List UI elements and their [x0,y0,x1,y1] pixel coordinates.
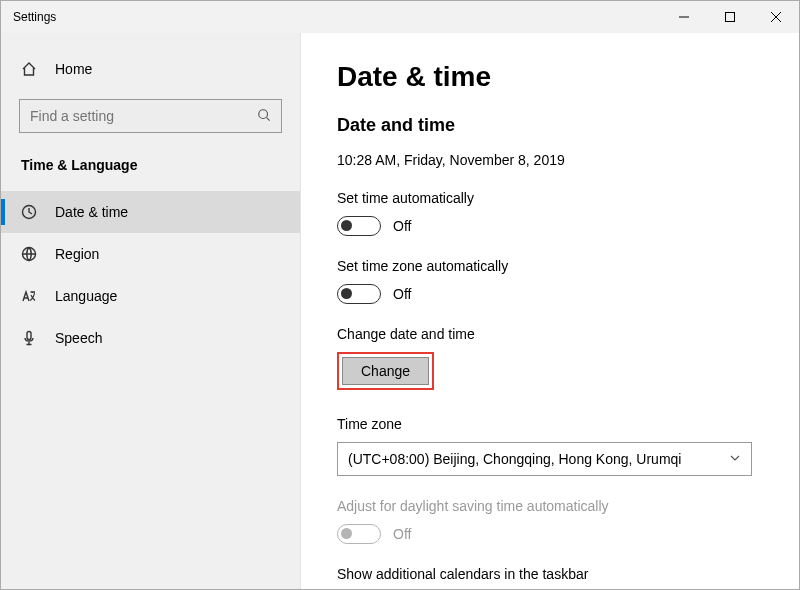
dst-toggle [337,524,381,544]
nav-date-time[interactable]: Date & time [1,191,300,233]
svg-rect-8 [27,332,31,340]
nav-item-label: Region [55,246,99,262]
language-icon [21,288,37,304]
nav-item-label: Date & time [55,204,128,220]
window-controls [661,1,799,33]
search-input[interactable] [30,108,257,124]
timezone-value: (UTC+08:00) Beijing, Chongqing, Hong Kon… [348,451,681,467]
nav-region[interactable]: Region [1,233,300,275]
content: Home Time & Language Date & time Region [1,33,799,589]
home-nav[interactable]: Home [1,51,300,87]
close-button[interactable] [753,1,799,33]
change-button[interactable]: Change [342,357,429,385]
set-time-auto-toggle[interactable] [337,216,381,236]
home-icon [21,61,37,77]
set-tz-auto-state: Off [393,286,411,302]
search-box[interactable] [19,99,282,133]
dst-row: Off [337,524,759,544]
page-title: Date & time [337,61,759,93]
nav-language[interactable]: Language [1,275,300,317]
chevron-down-icon [729,452,741,466]
microphone-icon [21,330,37,346]
current-datetime: 10:28 AM, Friday, November 8, 2019 [337,152,759,168]
maximize-button[interactable] [707,1,753,33]
sidebar: Home Time & Language Date & time Region [1,33,301,589]
window-title: Settings [13,10,56,24]
change-button-highlight: Change [337,352,434,390]
set-tz-auto-toggle[interactable] [337,284,381,304]
timezone-select[interactable]: (UTC+08:00) Beijing, Chongqing, Hong Kon… [337,442,752,476]
clock-icon [21,204,37,220]
section-title: Date and time [337,115,759,136]
set-time-auto-state: Off [393,218,411,234]
dst-label: Adjust for daylight saving time automati… [337,498,759,514]
home-label: Home [55,61,92,77]
timezone-label: Time zone [337,416,759,432]
set-tz-auto-row: Off [337,284,759,304]
category-title: Time & Language [1,151,300,191]
svg-point-4 [259,109,268,118]
search-icon [257,108,271,125]
change-dt-label: Change date and time [337,326,759,342]
nav-item-label: Language [55,288,117,304]
set-time-auto-label: Set time automatically [337,190,759,206]
svg-rect-1 [726,13,735,22]
set-tz-auto-label: Set time zone automatically [337,258,759,274]
minimize-button[interactable] [661,1,707,33]
nav-speech[interactable]: Speech [1,317,300,359]
main-panel: Date & time Date and time 10:28 AM, Frid… [301,33,799,589]
nav-item-label: Speech [55,330,102,346]
globe-icon [21,246,37,262]
set-time-auto-row: Off [337,216,759,236]
dst-state: Off [393,526,411,542]
svg-line-5 [267,117,270,120]
additional-cal-label: Show additional calendars in the taskbar [337,566,759,582]
titlebar: Settings [1,1,799,33]
